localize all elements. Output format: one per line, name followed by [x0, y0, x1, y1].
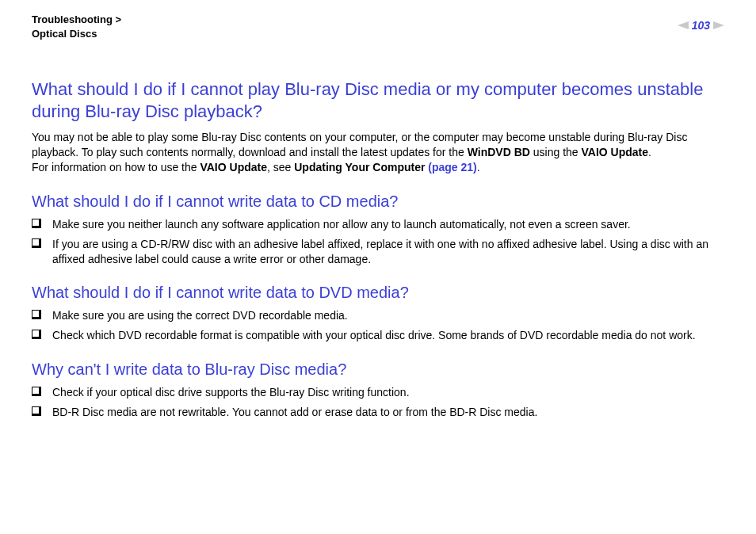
breadcrumb-child[interactable]: Optical Discs — [32, 28, 97, 40]
list-item-text: If you are using a CD-R/RW disc with an … — [52, 237, 724, 267]
bullet-icon — [32, 406, 41, 416]
list-item-text: Make sure you are using the correct DVD … — [52, 308, 724, 323]
page-header: Troubleshooting > Optical Discs 103 — [32, 0, 724, 47]
list-item: Make sure you are using the correct DVD … — [32, 308, 724, 323]
heading-bluray-write: Why can't I write data to Blu-ray Disc m… — [32, 360, 724, 379]
list-item-text: Make sure you neither launch any softwar… — [52, 217, 724, 232]
bullet-icon — [32, 387, 41, 396]
breadcrumb-separator: > — [115, 13, 121, 25]
bold-vaio-update-2: VAIO Update — [200, 161, 267, 174]
page-nav: 103 — [678, 19, 724, 32]
bold-vaio-update-1: VAIO Update — [582, 146, 649, 158]
bold-windvd: WinDVD BD — [468, 146, 530, 158]
list-item-text: Check which DVD recordable format is com… — [52, 328, 724, 343]
list-item: Make sure you neither launch any softwar… — [32, 217, 724, 232]
text-segment: . — [648, 146, 651, 158]
list-item: BD-R Disc media are not rewritable. You … — [32, 405, 724, 420]
bluray-playback-paragraph: You may not be able to play some Blu-ray… — [32, 130, 724, 175]
list-item: Check which DVD recordable format is com… — [32, 328, 724, 343]
content-area: What should I do if I cannot play Blu-ra… — [32, 47, 724, 420]
list-item-text: Check if your optical disc drive support… — [52, 385, 724, 400]
breadcrumb: Troubleshooting > Optical Discs — [32, 13, 121, 40]
breadcrumb-parent[interactable]: Troubleshooting — [32, 13, 113, 25]
list-item-text: BD-R Disc media are not rewritable. You … — [52, 405, 724, 420]
bold-updating-computer: Updating Your Computer — [294, 161, 428, 174]
heading-cd-write: What should I do if I cannot write data … — [32, 193, 724, 211]
next-page-icon[interactable] — [713, 21, 724, 29]
dvd-write-list: Make sure you are using the correct DVD … — [32, 308, 724, 343]
page-number: 103 — [692, 19, 710, 32]
text-segment: For information on how to use the — [32, 161, 200, 174]
heading-dvd-write: What should I do if I cannot write data … — [32, 284, 724, 302]
text-segment: using the — [530, 146, 582, 158]
bullet-icon — [32, 238, 41, 248]
bullet-icon — [32, 219, 41, 228]
heading-bluray-playback: What should I do if I cannot play Blu-ra… — [32, 78, 724, 122]
bullet-icon — [32, 310, 41, 319]
prev-page-icon[interactable] — [678, 21, 689, 29]
list-item: Check if your optical disc drive support… — [32, 385, 724, 400]
bluray-write-list: Check if your optical disc drive support… — [32, 385, 724, 420]
text-segment: . — [477, 161, 480, 174]
page-link-21[interactable]: (page 21) — [428, 161, 476, 174]
bullet-icon — [32, 330, 41, 339]
cd-write-list: Make sure you neither launch any softwar… — [32, 217, 724, 267]
text-segment: , see — [267, 161, 294, 174]
page: Troubleshooting > Optical Discs 103 What… — [0, 0, 756, 534]
list-item: If you are using a CD-R/RW disc with an … — [32, 237, 724, 267]
